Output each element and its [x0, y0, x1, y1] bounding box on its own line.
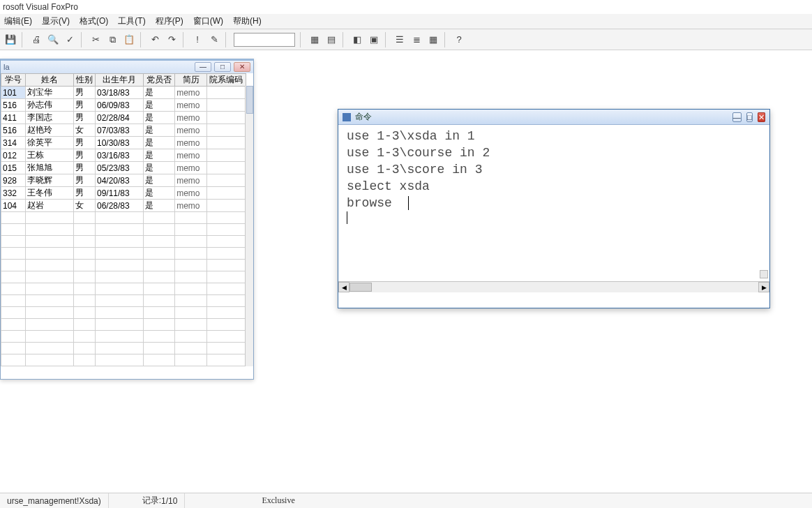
- command-resize-grip[interactable]: [760, 270, 768, 278]
- window3-icon[interactable]: ◧: [349, 32, 365, 47]
- command-close-button[interactable]: ✕: [758, 112, 765, 122]
- grid1-icon[interactable]: ≣: [409, 32, 424, 47]
- browse-vscrollbar[interactable]: [245, 86, 253, 366]
- col-party[interactable]: 党员否: [143, 74, 175, 87]
- scrollbar-thumb[interactable]: [246, 86, 253, 114]
- statusbar: urse_management!Xsda) 记录: 1/10 Exclusive: [0, 493, 812, 508]
- toolbar: 💾 🖨 🔍 ✓ ✂ ⧉ 📋 ↶ ↷ ! ✎ ▦ ▤ ◧ ▣ ☰ ≣ ▦ ?: [0, 29, 812, 50]
- table-row[interactable]: .: [1, 343, 246, 354]
- table-row[interactable]: .: [1, 248, 246, 260]
- grid2-icon[interactable]: ▦: [426, 32, 441, 47]
- command-hscrollbar[interactable]: ◀ ▶: [338, 281, 769, 292]
- status-record-value: 1/10: [161, 496, 177, 506]
- status-record-label: 记录:: [142, 495, 161, 507]
- browse-titlebar[interactable]: la — □ ✕: [1, 61, 253, 73]
- command-titlebar[interactable]: 命令 — □ ✕: [338, 110, 769, 125]
- table-row[interactable]: 015张旭旭男05/23/83是memo: [1, 162, 246, 174]
- menu-help[interactable]: 帮助(H): [233, 15, 262, 27]
- table-row[interactable]: .: [1, 260, 246, 271]
- command-text[interactable]: use 1-3\xsda in 1 use 1-3\course in 2 us…: [338, 125, 769, 232]
- table-row[interactable]: 012王栋男03/16/83是memo: [1, 149, 246, 162]
- table-row[interactable]: .: [1, 212, 246, 224]
- print-icon[interactable]: 🖨: [29, 32, 44, 47]
- save-icon[interactable]: 💾: [3, 32, 18, 47]
- table-row[interactable]: 928李晓辉男04/20/83是memo: [1, 174, 246, 187]
- table-row[interactable]: 516孙志伟男06/09/83是memo: [1, 99, 246, 112]
- browse-max-button[interactable]: □: [214, 62, 231, 72]
- hscroll-thumb[interactable]: [349, 283, 372, 292]
- menu-window[interactable]: 窗口(W): [193, 15, 223, 27]
- report-icon[interactable]: ☰: [392, 32, 407, 47]
- window2-icon[interactable]: ▤: [324, 32, 339, 47]
- window1-icon[interactable]: ▦: [307, 32, 322, 47]
- table-row[interactable]: 411李国志男02/28/84是memo: [1, 112, 246, 124]
- command-title-text: 命令: [355, 111, 372, 123]
- table-row[interactable]: 314徐英平男10/30/83是memo: [1, 137, 246, 149]
- command-icon: [343, 113, 351, 121]
- command-min-button[interactable]: —: [732, 112, 742, 122]
- status-source: urse_management!Xsda): [0, 493, 109, 508]
- status-exclusive: Exclusive: [255, 493, 301, 508]
- grid-header-row: 学号 姓名 性别 出生年月 党员否 简历 院系编码: [1, 74, 246, 87]
- hscroll-left-icon[interactable]: ◀: [338, 282, 349, 292]
- table-row[interactable]: .: [1, 307, 246, 319]
- run-icon[interactable]: !: [190, 32, 205, 47]
- workspace: la — □ ✕ 学号 姓名 性别 出生年月: [0, 52, 812, 487]
- browse-grid[interactable]: 学号 姓名 性别 出生年月 党员否 简历 院系编码 101刘宝华男03/18/8…: [1, 73, 253, 366]
- col-dob[interactable]: 出生年月: [95, 74, 143, 87]
- table-row[interactable]: .: [1, 283, 246, 295]
- status-record: 记录: 1/10: [135, 493, 186, 508]
- menu-edit[interactable]: 编辑(E): [4, 15, 32, 27]
- table-row[interactable]: 104赵岩女06/28/83是memo: [1, 200, 246, 212]
- cut-icon[interactable]: ✂: [88, 32, 103, 47]
- col-id[interactable]: 学号: [1, 74, 26, 87]
- form-icon[interactable]: ▣: [366, 32, 382, 47]
- table-row[interactable]: .: [1, 331, 246, 343]
- table-row[interactable]: 516赵艳玲女07/03/83是memo: [1, 124, 246, 137]
- table-row[interactable]: .: [1, 295, 246, 307]
- menubar: 编辑(E) 显示(V) 格式(O) 工具(T) 程序(P) 窗口(W) 帮助(H…: [0, 14, 812, 29]
- table-row[interactable]: .: [1, 271, 246, 283]
- table-row[interactable]: .: [1, 319, 246, 331]
- hscroll-track[interactable]: [349, 282, 758, 292]
- table-row[interactable]: 101刘宝华男03/18/83是memo: [1, 87, 246, 99]
- menu-view[interactable]: 显示(V): [42, 15, 70, 27]
- paste-icon[interactable]: 📋: [121, 32, 137, 47]
- menu-format[interactable]: 格式(O): [80, 15, 108, 27]
- table-row[interactable]: 332王冬伟男09/11/83是memo: [1, 187, 246, 200]
- browse-min-button[interactable]: —: [195, 62, 211, 72]
- menu-tools[interactable]: 工具(T): [118, 15, 145, 27]
- menu-program[interactable]: 程序(P): [156, 15, 183, 27]
- command-max-button[interactable]: □: [746, 112, 753, 122]
- preview-icon[interactable]: 🔍: [45, 32, 61, 47]
- help-icon[interactable]: ?: [451, 32, 467, 47]
- col-dept[interactable]: 院系编码: [206, 74, 246, 87]
- col-memo[interactable]: 简历: [175, 74, 207, 87]
- table-row[interactable]: .: [1, 366, 246, 367]
- app-title: rosoft Visual FoxPro: [0, 0, 812, 14]
- col-name[interactable]: 姓名: [26, 74, 74, 87]
- table-row[interactable]: .: [1, 224, 246, 236]
- col-sex[interactable]: 性别: [73, 74, 95, 87]
- database-combo[interactable]: [234, 33, 295, 47]
- browse-title-text: la: [3, 63, 10, 71]
- browse-window[interactable]: la — □ ✕ 学号 姓名 性别 出生年月: [0, 59, 254, 380]
- modify-icon[interactable]: ✎: [206, 32, 222, 47]
- copy-icon[interactable]: ⧉: [105, 32, 120, 47]
- table-row[interactable]: .: [1, 236, 246, 248]
- undo-icon[interactable]: ↶: [147, 32, 163, 47]
- spell-icon[interactable]: ✓: [62, 32, 77, 47]
- browse-close-button[interactable]: ✕: [234, 62, 250, 72]
- redo-icon[interactable]: ↷: [164, 32, 179, 47]
- command-window[interactable]: 命令 — □ ✕ use 1-3\xsda in 1 use 1-3\cours…: [338, 109, 770, 308]
- hscroll-right-icon[interactable]: ▶: [758, 282, 769, 292]
- table-row[interactable]: .: [1, 354, 246, 366]
